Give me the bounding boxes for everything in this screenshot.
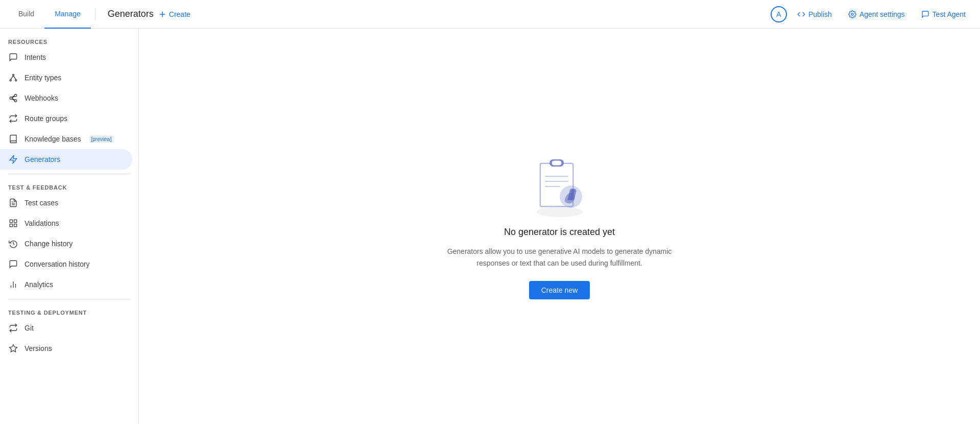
validation-icon: [8, 218, 18, 228]
sidebar-item-validations[interactable]: Validations: [0, 213, 132, 233]
main-content: No generator is created yet Generators a…: [139, 29, 980, 424]
chat-bubble-icon: [921, 10, 929, 18]
sidebar-item-label: Generators: [25, 155, 60, 163]
nav-tabs: Build Manage: [8, 0, 91, 29]
deployment-label: TESTING & DEPLOYMENT: [0, 303, 138, 318]
svg-marker-8: [10, 156, 17, 163]
chat-icon: [8, 52, 18, 62]
sidebar-item-change-history[interactable]: Change history: [0, 233, 132, 254]
agent-settings-button[interactable]: Agent settings: [842, 7, 911, 21]
sidebar-item-label: Conversation history: [25, 260, 90, 268]
svg-rect-13: [14, 224, 17, 227]
svg-line-6: [11, 76, 13, 80]
route-icon: [8, 113, 18, 124]
svg-point-2: [851, 13, 853, 15]
preview-badge: [preview]: [89, 136, 114, 143]
svg-point-4: [10, 80, 11, 81]
sidebar-item-label: Versions: [25, 344, 52, 352]
entity-icon: [8, 73, 18, 83]
test-feedback-label: TEST & FEEDBACK: [0, 178, 138, 193]
versions-icon: [8, 343, 18, 354]
svg-rect-23: [552, 160, 562, 166]
webhook-icon: [8, 93, 18, 103]
sidebar-item-label: Knowledge bases: [25, 135, 81, 143]
svg-line-7: [13, 76, 16, 80]
sidebar-item-entity-types[interactable]: Entity types: [0, 67, 132, 88]
sidebar-item-label: Entity types: [25, 74, 61, 82]
sidebar-item-test-cases[interactable]: Test cases: [0, 193, 132, 213]
avatar[interactable]: A: [771, 6, 787, 22]
tab-manage[interactable]: Manage: [44, 0, 91, 29]
svg-point-19: [537, 207, 583, 217]
divider-2: [8, 299, 130, 299]
test-agent-button[interactable]: Test Agent: [915, 7, 972, 21]
sidebar: RESOURCES Intents Entity types Webhooks: [0, 29, 139, 424]
svg-rect-14: [10, 224, 12, 227]
sidebar-item-versions[interactable]: Versions: [0, 338, 132, 359]
conversation-icon: [8, 259, 18, 269]
top-nav-actions: A Publish Agent settings Test Agent: [771, 6, 972, 22]
resources-label: RESOURCES: [0, 33, 138, 47]
sidebar-item-label: Intents: [25, 53, 46, 61]
knowledge-icon: [8, 134, 18, 144]
git-icon: [8, 323, 18, 333]
publish-icon: [797, 10, 805, 18]
sidebar-item-analytics[interactable]: Analytics: [0, 274, 132, 295]
create-new-button[interactable]: Create new: [529, 281, 590, 299]
svg-rect-11: [10, 220, 12, 222]
empty-state-title: No generator is created yet: [504, 227, 615, 238]
empty-state-description: Generators allow you to use generative A…: [432, 246, 687, 269]
sidebar-item-conversation-history[interactable]: Conversation history: [0, 254, 132, 274]
sidebar-item-label: Webhooks: [25, 94, 58, 102]
settings-icon: [848, 10, 856, 18]
sidebar-item-webhooks[interactable]: Webhooks: [0, 88, 132, 108]
empty-state: No generator is created yet Generators a…: [432, 153, 687, 299]
sidebar-item-intents[interactable]: Intents: [0, 47, 132, 67]
sidebar-item-route-groups[interactable]: Route groups: [0, 108, 132, 129]
sidebar-item-knowledge-bases[interactable]: Knowledge bases [preview]: [0, 129, 132, 149]
tab-build[interactable]: Build: [8, 0, 44, 29]
sidebar-item-label: Route groups: [25, 114, 67, 123]
generator-icon: [8, 154, 18, 164]
svg-rect-12: [14, 220, 17, 222]
svg-marker-18: [10, 345, 17, 352]
page-title: Generators: [108, 9, 154, 19]
analytics-icon: [8, 279, 18, 290]
empty-illustration: [529, 153, 590, 215]
page-title-area: Generators Create: [100, 9, 771, 19]
test-icon: [8, 198, 18, 208]
sidebar-item-label: Test cases: [25, 199, 58, 207]
plus-icon: [158, 10, 167, 19]
sidebar-item-label: Analytics: [25, 280, 53, 289]
svg-point-5: [15, 80, 17, 81]
sidebar-item-generators[interactable]: Generators: [0, 149, 132, 170]
svg-point-3: [13, 74, 14, 76]
publish-button[interactable]: Publish: [791, 7, 838, 21]
layout: RESOURCES Intents Entity types Webhooks: [0, 29, 980, 424]
divider-1: [8, 174, 130, 174]
sidebar-item-label: Git: [25, 324, 34, 332]
history-icon: [8, 239, 18, 249]
top-nav: Build Manage Generators Create A Publish…: [0, 0, 980, 29]
sidebar-item-label: Validations: [25, 219, 59, 227]
sidebar-item-label: Change history: [25, 240, 73, 248]
create-link[interactable]: Create: [158, 10, 190, 19]
nav-divider: [95, 8, 95, 20]
sidebar-item-git[interactable]: Git: [0, 318, 132, 338]
